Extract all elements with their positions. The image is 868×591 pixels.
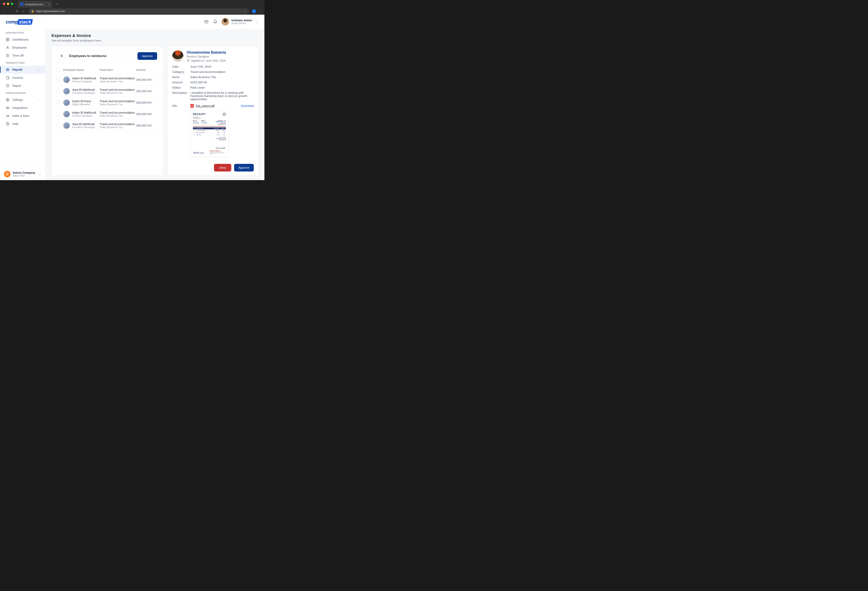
reimburse-summary: 0 Employees to reimburse Approve [55, 49, 160, 63]
window-maximize-button[interactable] [11, 3, 13, 5]
label-description: Description: [172, 91, 190, 101]
browser-profile-button[interactable] [252, 9, 256, 13]
sidebar-item-employees[interactable]: Employees [0, 44, 45, 52]
sidebar-item-label: Time Off [12, 54, 24, 57]
table-header: Employee Name Particulars Amount [52, 66, 163, 74]
inbox-button[interactable] [204, 19, 209, 24]
value-items: Sales Business Trip [190, 75, 254, 79]
sidebar: compstack ORGANIZATION Dashhboard Employ… [0, 15, 46, 180]
label-amount: Amount: [172, 81, 190, 84]
amount: 200,000 DH [136, 78, 158, 81]
employee-avatar [63, 77, 70, 83]
sidebar-item-help[interactable]: Help [0, 120, 45, 128]
svg-point-12 [7, 99, 8, 100]
label-category: Category: [172, 70, 190, 74]
file-link[interactable]: Trip_report.pdf [195, 104, 215, 108]
sidebar-item-label: Report [12, 84, 21, 87]
sidebar-item-label: Employees [12, 46, 27, 49]
row-checkbox[interactable] [56, 89, 60, 93]
integrations-icon [6, 106, 10, 110]
sidebar-item-settings[interactable]: Settings ⌄ [0, 96, 45, 104]
row-checkbox[interactable] [56, 123, 60, 127]
employee-name: Karim El-Fassi [72, 100, 91, 103]
label-date: Date: [172, 65, 190, 68]
approve-button[interactable]: Approve [234, 164, 254, 171]
approve-selected-button[interactable]: Approve [137, 52, 157, 60]
particular-main: Travel and Accommodation [100, 88, 136, 91]
deny-button[interactable]: Deny [214, 164, 231, 171]
shield-icon [6, 84, 10, 88]
employee-name: Adam El-Mahfoudi [72, 111, 96, 114]
notifications-button[interactable] [213, 19, 218, 24]
employee-role: Digital Marketer [72, 103, 91, 106]
browser-menu-button[interactable]: ⋮ [259, 9, 262, 13]
stopwatch-icon [6, 54, 10, 57]
table-row[interactable]: Sara El-MahfoudiFrontend DeveloperTravel… [52, 85, 163, 97]
url-field[interactable]: 🔒 https://trycompstack.com ☆ [28, 9, 249, 14]
ticket-icon [6, 68, 10, 72]
svg-rect-9 [7, 76, 9, 79]
employee-name: Oluwatomiwa Babalola [187, 50, 226, 55]
receipt-preview[interactable]: RECEIPT LOGO Best Retail Inc.123 Anywher… [190, 111, 229, 157]
table-row[interactable]: Sara El-MahfoudiFrontend DeveloperTravel… [52, 120, 163, 131]
user-menu[interactable]: Inioluwa James Super Admin ⌄ [221, 18, 258, 25]
sidebar-item-integrations[interactable]: Integrations [0, 104, 45, 112]
logo[interactable]: compstack [0, 15, 45, 29]
sidebar-item-label: Integrations [12, 106, 28, 109]
company-switcher[interactable]: Kairos Company Basic Plan ⌄ [0, 168, 45, 180]
help-icon [6, 122, 10, 126]
table-body: Adam El-MahfoudiProduct DesignerTravel a… [52, 74, 163, 131]
window-minimize-button[interactable] [7, 3, 9, 5]
employee-name: Adam El-Mahfoudi [72, 77, 96, 80]
sidebar-item-timeoff[interactable]: Time Off [0, 52, 45, 60]
sidebar-item-label: Dashhboard [12, 38, 28, 41]
reimburse-count: 0 [58, 52, 66, 60]
reload-button[interactable]: ⟳ [15, 10, 19, 13]
new-tab-button[interactable]: + [56, 2, 59, 6]
amount: 350,000 DH [136, 101, 158, 104]
app-root: compstack ORGANIZATION Dashhboard Employ… [0, 15, 264, 180]
select-all-checkbox[interactable] [56, 68, 60, 71]
home-button[interactable]: ⌂ [22, 10, 25, 13]
company-name: Kairos Company [13, 171, 35, 174]
table-row[interactable]: Adam El-MahfoudiProduct DesignerTravel a… [52, 108, 163, 120]
expenses-list-panel: 0 Employees to reimburse Approve Employe… [52, 46, 163, 176]
svg-point-17 [6, 173, 9, 175]
employee-avatar [63, 122, 70, 129]
download-link[interactable]: Download [241, 104, 254, 108]
receipt-title: RECEIPT [193, 113, 226, 116]
megaphone-icon [6, 114, 10, 118]
back-button[interactable]: ← [2, 10, 6, 13]
topbar: Inioluwa James Super Admin ⌄ [46, 15, 264, 29]
particular-sub: Sales Business Trip [100, 80, 136, 83]
particular-sub: Sales Business Trip [100, 103, 136, 106]
row-checkbox[interactable] [56, 78, 60, 81]
user-avatar [221, 18, 229, 25]
sidebar-item-label: Refer & Earn [12, 114, 30, 118]
browser-tab[interactable]: compstack.com × [18, 1, 52, 7]
employee-avatar [63, 99, 70, 106]
tab-close-button[interactable]: × [48, 3, 50, 6]
chevron-down-icon: ⌄ [38, 68, 40, 71]
reimburse-label: Employees to reimburse [69, 54, 106, 58]
user-name: Inioluwa James [232, 19, 252, 22]
forward-button[interactable]: → [9, 10, 12, 13]
row-checkbox[interactable] [56, 100, 60, 104]
value-category: Travel and Accommodation [190, 70, 254, 74]
sidebar-item-dashboard[interactable]: Dashhboard [0, 35, 45, 44]
sidebar-item-report[interactable]: Report [0, 82, 45, 90]
applied-on: Applied on June 20th, 2024 [187, 59, 226, 62]
window-close-button[interactable] [3, 3, 5, 5]
sidebar-item-invoices[interactable]: Invoices [0, 74, 45, 82]
sidebar-item-payroll[interactable]: Payroll ⌄ [0, 66, 45, 74]
table-row[interactable]: Karim El-FassiDigital MarketerTravel and… [52, 97, 163, 108]
sidebar-item-refer[interactable]: Refer & Earn [0, 112, 45, 120]
invoice-icon [6, 76, 10, 80]
chevron-down-icon: ⌄ [38, 172, 41, 176]
row-checkbox[interactable] [56, 112, 60, 115]
particular-main: Travel and Accommodation [100, 77, 136, 80]
table-row[interactable]: Adam El-MahfoudiProduct DesignerTravel a… [52, 74, 163, 85]
particular-main: Travel and Accommodation [100, 100, 136, 103]
bookmark-star-icon[interactable]: ☆ [244, 10, 247, 13]
url-text: https://trycompstack.com [36, 10, 65, 13]
